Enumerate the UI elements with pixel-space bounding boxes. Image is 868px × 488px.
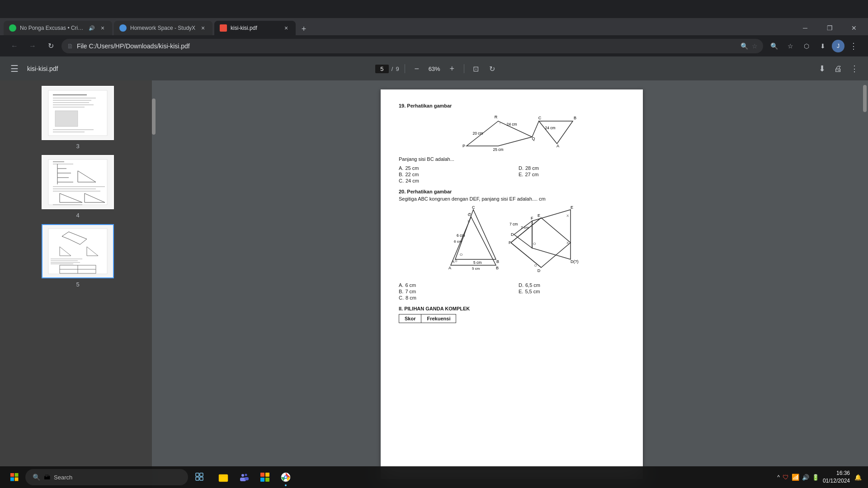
fit-page-button[interactable]: ⊡: [470, 62, 482, 75]
file-explorer-button[interactable]: [213, 467, 233, 487]
pdf-scrollbar-thumb[interactable]: [863, 85, 867, 112]
svg-text:F: F: [509, 240, 511, 245]
wifi-icon[interactable]: 📶: [792, 474, 799, 481]
taskbar-search-bar[interactable]: 🔍 🏔 Search: [25, 469, 188, 485]
svg-text:25 cm: 25 cm: [493, 147, 503, 152]
zoom-page-icon[interactable]: 🔍: [767, 39, 781, 53]
taskbar-search-logo: 🏔: [44, 474, 50, 481]
thumb-svg-5: [46, 226, 109, 276]
svg-rect-90: [200, 473, 203, 476]
svg-text:C: C: [472, 205, 475, 210]
thumb-inner-4: [42, 156, 113, 208]
svg-point-95: [241, 474, 244, 477]
notification-button[interactable]: 🔔: [854, 468, 863, 486]
svg-text:A: A: [557, 144, 559, 148]
svg-rect-101: [260, 478, 264, 482]
pdf-print-button[interactable]: 🖨: [832, 62, 844, 75]
chrome-button[interactable]: [276, 467, 296, 487]
reload-button[interactable]: ↻: [43, 39, 58, 53]
svg-text:B: B: [496, 266, 499, 270]
taskbar-clock[interactable]: 16:36 01/12/2024: [823, 469, 850, 485]
forward-button[interactable]: →: [25, 39, 40, 53]
section-2-table: Skor Frekuensi: [399, 314, 625, 323]
svg-text:R: R: [495, 115, 498, 119]
hidden-icons-button[interactable]: ^: [777, 474, 780, 480]
taskbar-apps: [213, 467, 296, 487]
thumbnail-page-4[interactable]: 4: [42, 155, 114, 219]
thumb-inner-3: [42, 87, 113, 139]
taskbar-search-text: Search: [54, 474, 72, 481]
zoom-in-button[interactable]: +: [446, 62, 458, 75]
toolbar-divider-2: [464, 64, 464, 73]
tab-music-close[interactable]: ×: [99, 24, 107, 32]
sidebar-scrollbar-thumb[interactable]: [152, 99, 156, 135]
page-number-input[interactable]: 5: [375, 65, 389, 73]
bookmark-icon[interactable]: ☆: [752, 42, 758, 50]
battery-icon[interactable]: 🔋: [812, 474, 819, 481]
taskbar-system-icons: ^ 🛡 📶 🔊 🔋: [777, 474, 819, 481]
task-view-button[interactable]: [190, 467, 210, 487]
volume-icon[interactable]: 🔊: [802, 474, 809, 481]
back-button[interactable]: ←: [7, 39, 22, 53]
q19-option-a: A. 25 cm: [399, 165, 505, 171]
sidebar-scrollbar-track[interactable]: [152, 80, 156, 488]
pdf-more-button[interactable]: ⋮: [848, 62, 861, 75]
zoom-out-button[interactable]: −: [410, 62, 423, 75]
cast-icon[interactable]: ⬡: [799, 39, 814, 53]
pdf-scrollbar-track[interactable]: [862, 80, 868, 488]
pdf-download-button[interactable]: ⬇: [816, 62, 828, 75]
thumb-frame-4: [42, 155, 114, 209]
svg-text:X: X: [566, 241, 569, 245]
more-menu-button[interactable]: ⋮: [846, 39, 861, 53]
svg-text:A: A: [448, 266, 451, 270]
profile-avatar[interactable]: J: [832, 40, 844, 52]
rotate-button[interactable]: ↻: [486, 62, 499, 75]
thumbnail-page-5[interactable]: 5: [42, 224, 114, 288]
audio-icon: 🔊: [89, 25, 95, 31]
clock-date: 01/12/2024: [823, 477, 850, 485]
tray-icon-area[interactable]: ^ 🛡 📶 🔊 🔋: [777, 474, 819, 481]
thumb-label-3: 3: [76, 143, 79, 150]
pdf-menu-icon[interactable]: ☰: [7, 61, 22, 76]
svg-text:○: ○: [540, 120, 542, 123]
q20-option-b: B. 7 cm: [399, 289, 505, 294]
teams-button[interactable]: [234, 467, 254, 487]
new-tab-button[interactable]: +: [297, 23, 310, 35]
download-icon[interactable]: ⬇: [816, 39, 830, 53]
sidebar-thumbnails: 3: [0, 80, 156, 488]
svg-rect-99: [260, 473, 264, 477]
address-bar[interactable]: 🗎 File C:/Users/HP/Downloads/kisi-kisi.p…: [61, 39, 763, 53]
svg-text:O: O: [455, 259, 458, 263]
start-button[interactable]: [5, 468, 24, 486]
taskbar: 🔍 🏔 Search: [0, 466, 868, 488]
tab-studyx[interactable]: Homework Space - StudyX ×: [114, 21, 212, 35]
address-url: C:/Users/HP/Downloads/kisi-kisi.pdf: [89, 42, 189, 50]
store-icon: [260, 472, 270, 482]
svg-rect-7: [55, 111, 78, 127]
q20-number: 20. Perhatikan gambar: [399, 189, 625, 194]
maximize-button[interactable]: ❐: [819, 21, 840, 35]
svg-rect-100: [265, 473, 269, 477]
minimize-button[interactable]: ─: [795, 21, 816, 35]
task-view-icon: [196, 473, 204, 481]
bookmark-star-icon[interactable]: ☆: [783, 39, 797, 53]
q19-options: A. 25 cm D. 28 cm B. 22 cm E. 27 cm: [399, 165, 625, 183]
svg-text:○: ○: [499, 122, 501, 125]
tab-studyx-close[interactable]: ×: [199, 24, 207, 32]
tab-pdf-close[interactable]: ×: [282, 24, 290, 32]
q20-option-c: C. 8 cm: [399, 295, 505, 300]
q20-option-a: A. 6 cm: [399, 282, 505, 288]
pdf-page: 19. Perhatikan gambar: [381, 89, 643, 479]
svg-text:X: X: [467, 219, 470, 223]
zoom-value: 63%: [425, 66, 444, 72]
svg-text:E: E: [571, 205, 573, 210]
svg-text:5 cm: 5 cm: [472, 267, 480, 271]
tab-pdf[interactable]: kisi-kisi.pdf ×: [214, 21, 296, 35]
question-20: 20. Perhatikan gambar Segitiga ABC kongr…: [399, 189, 625, 300]
thumbnail-page-3[interactable]: 3: [42, 86, 114, 150]
windows-store-button[interactable]: [255, 467, 275, 487]
tab-music[interactable]: No Ponga Excusas • Cris Mj 🔊 ×: [4, 21, 112, 35]
pdf-content-area: 19. Perhatikan gambar: [156, 80, 868, 488]
close-button[interactable]: ✕: [844, 21, 864, 35]
taskbar-right: ^ 🛡 📶 🔊 🔋 16:36 01/12/2024 🔔: [777, 468, 863, 486]
